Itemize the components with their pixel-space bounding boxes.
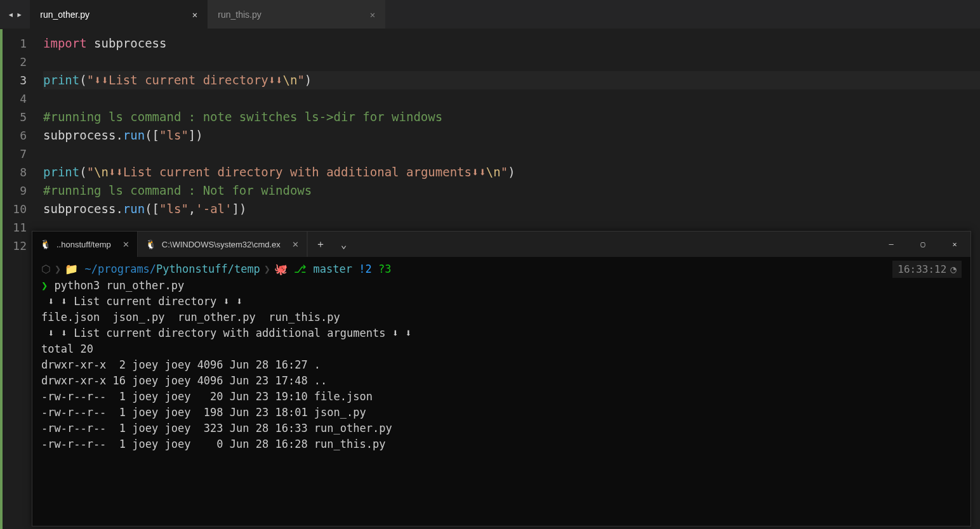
- line-number: 1: [3, 34, 27, 53]
- prompt-hex-icon: ⬡: [41, 261, 51, 277]
- tab-nav-back-icon[interactable]: ◂: [8, 8, 14, 20]
- terminal-output-line: total 20: [41, 341, 962, 357]
- github-icon: 🐙: [274, 261, 288, 277]
- line-number: 2: [3, 53, 27, 71]
- editor-tab-label: run_other.py: [40, 10, 89, 20]
- folder-icon: 📁: [65, 261, 78, 277]
- tab-nav-forward-icon[interactable]: ▸: [17, 8, 23, 20]
- line-number: 12: [3, 237, 27, 255]
- code-line[interactable]: #running ls command : note switches ls->…: [43, 108, 980, 126]
- editor-tab-run-this[interactable]: run_this.py ✕: [208, 0, 385, 29]
- close-icon[interactable]: ✕: [192, 10, 197, 20]
- terminal-output-line: file.json json_.py run_other.py run_this…: [41, 310, 962, 325]
- window-controls: — ▢ ✕: [875, 232, 970, 257]
- close-icon[interactable]: ✕: [117, 240, 129, 249]
- chevron-right-icon: ❯: [260, 261, 274, 277]
- terminal-window: 🐧 ..honstuff/temp ✕ 🐧 C:\WINDOWS\system3…: [32, 231, 971, 526]
- line-number: 6: [3, 126, 27, 145]
- line-number: 10: [3, 200, 27, 218]
- editor-tab-run-other[interactable]: run_other.py ✕: [30, 0, 208, 29]
- terminal-output-line: -rw-r--r-- 1 joey joey 0 Jun 28 16:28 ru…: [41, 436, 962, 452]
- line-number: 7: [3, 145, 27, 163]
- prompt-time-text: 16:33:12: [897, 261, 946, 277]
- terminal-body[interactable]: ⬡ ❯ 📁 ~/programs/Pythonstuff/temp ❯ 🐙 ⎇ …: [32, 257, 970, 526]
- close-window-button[interactable]: ✕: [939, 232, 970, 257]
- terminal-output-line: ⬇ ⬇ List current directory ⬇ ⬇: [41, 294, 962, 310]
- chevron-right-icon: ❯: [51, 261, 65, 277]
- line-number: 4: [3, 89, 27, 108]
- tab-dropdown-icon[interactable]: ⌄: [333, 232, 355, 257]
- terminal-output-line: drwxr-xr-x 16 joey joey 4096 Jun 23 17:4…: [41, 373, 962, 389]
- code-line[interactable]: [43, 89, 980, 108]
- tux-icon: 🐧: [40, 239, 50, 249]
- prompt-path-leaf: Pythonstuff/temp: [156, 261, 260, 277]
- close-icon[interactable]: ✕: [287, 240, 299, 249]
- terminal-output-line: -rw-r--r-- 1 joey joey 323 Jun 28 16:33 …: [41, 421, 962, 436]
- prompt-time: 16:33:12 ◔: [892, 261, 962, 278]
- terminal-titlebar: 🐧 ..honstuff/temp ✕ 🐧 C:\WINDOWS\system3…: [32, 232, 970, 257]
- code-line[interactable]: #running ls command : Not for windows: [43, 181, 980, 200]
- editor-tabbar: ◂ ▸ run_other.py ✕ run_this.py ✕: [0, 0, 980, 29]
- line-number-gutter: 1 2 3 4 5 6 7 8 9 10 11 12: [3, 29, 34, 529]
- terminal-tab-wsl[interactable]: 🐧 ..honstuff/temp ✕: [32, 232, 138, 257]
- terminal-tab-label: C:\WINDOWS\system32\cmd.ex: [162, 240, 281, 249]
- line-number: 5: [3, 108, 27, 126]
- clock-icon: ◔: [950, 261, 957, 277]
- terminal-tab-cmd[interactable]: 🐧 C:\WINDOWS\system32\cmd.ex ✕: [138, 232, 307, 257]
- line-number: 9: [3, 181, 27, 200]
- tux-icon: 🐧: [145, 239, 156, 249]
- terminal-tab-label: ..honstuff/temp: [56, 240, 111, 249]
- terminal-prompt-line: ⬡ ❯ 📁 ~/programs/Pythonstuff/temp ❯ 🐙 ⎇ …: [41, 261, 962, 278]
- prompt-path-root: ~/programs/: [85, 261, 157, 277]
- maximize-button[interactable]: ▢: [907, 232, 939, 257]
- close-icon[interactable]: ✕: [370, 10, 375, 20]
- code-line[interactable]: subprocess.run(["ls",'-al']): [43, 200, 980, 218]
- terminal-command-line: ❯ python3 run_other.py: [41, 278, 962, 294]
- code-line[interactable]: import subprocess: [43, 34, 980, 53]
- minimize-button[interactable]: —: [875, 232, 907, 257]
- code-line[interactable]: [43, 145, 980, 163]
- new-tab-button[interactable]: ＋: [308, 232, 333, 257]
- line-number: 11: [3, 218, 27, 237]
- line-number: 3: [3, 71, 27, 89]
- tab-nav-arrows: ◂ ▸: [0, 0, 30, 29]
- git-branch-icon: ⎇: [294, 261, 307, 277]
- git-branch-name: master: [314, 261, 352, 277]
- editor-tab-label: run_this.py: [218, 10, 261, 20]
- terminal-output-line: drwxr-xr-x 2 joey joey 4096 Jun 28 16:27…: [41, 357, 962, 373]
- terminal-output-line: -rw-r--r-- 1 joey joey 20 Jun 23 19:10 f…: [41, 389, 962, 405]
- prompt-symbol: ❯: [41, 279, 48, 292]
- code-line[interactable]: print("\n⬇⬇List current directory with a…: [43, 163, 980, 181]
- code-line[interactable]: subprocess.run(["ls"]): [43, 126, 980, 145]
- code-line[interactable]: [43, 53, 980, 71]
- terminal-output-line: -rw-r--r-- 1 joey joey 198 Jun 23 18:01 …: [41, 405, 962, 421]
- git-modified-count: !2: [359, 261, 371, 277]
- code-line[interactable]: print("⬇⬇List current directory⬇⬇\n"): [43, 71, 980, 89]
- git-untracked-count: ?3: [378, 261, 391, 277]
- terminal-command-text: python3 run_other.py: [55, 279, 185, 292]
- terminal-output-line: ⬇ ⬇ List current directory with addition…: [41, 325, 962, 341]
- line-number: 8: [3, 163, 27, 181]
